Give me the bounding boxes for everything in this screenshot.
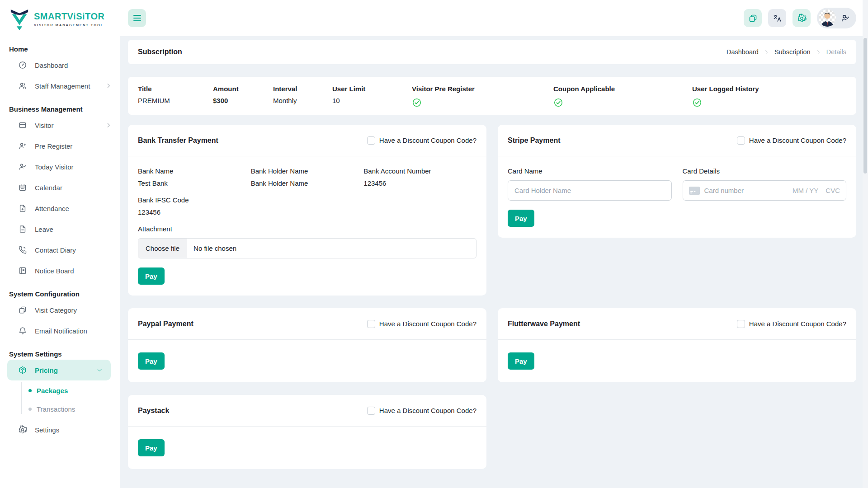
gear-icon <box>18 425 27 434</box>
sidebar-item-contact-diary[interactable]: Contact Diary <box>0 239 120 260</box>
sidebar: SMARTViSiTOR VISITOR MANAGEMENT TOOL Hom… <box>0 0 120 488</box>
sidebar-nav: Home Dashboard Staff Management Business… <box>0 34 120 440</box>
discount-coupon-label: Have a Discount Coupon Code? <box>379 136 476 144</box>
detail-label: Title <box>138 85 213 93</box>
user-check-icon <box>840 13 850 23</box>
detail-value: Monthly <box>273 97 332 104</box>
detail-label: Coupon Applicable <box>553 85 692 93</box>
sidebar-item-visit-category[interactable]: Visit Category <box>0 300 120 320</box>
chevron-down-icon <box>96 367 103 373</box>
bank-account-value: 123456 <box>363 179 476 187</box>
notice-board-icon <box>18 266 27 275</box>
attachment-label: Attachment <box>138 225 476 233</box>
chevron-right-icon <box>816 49 821 55</box>
phone-icon <box>18 245 27 254</box>
discount-coupon-checkbox[interactable] <box>367 136 375 145</box>
sidebar-heading-business: Business Management <box>0 105 120 113</box>
file-status-text: No file chosen <box>187 244 243 252</box>
staff-icon <box>18 81 27 90</box>
gear-icon <box>797 14 807 23</box>
bank-ifsc-label: Bank IFSC Code <box>138 196 476 204</box>
bank-ifsc-value: 123456 <box>138 208 476 216</box>
language-button[interactable] <box>768 9 786 27</box>
discount-coupon-label: Have a Discount Coupon Code? <box>379 320 476 328</box>
card-number-placeholder: Card number <box>704 187 744 194</box>
sidebar-item-settings[interactable]: Settings <box>0 419 120 440</box>
sidebar-item-notice-board[interactable]: Notice Board <box>0 260 120 281</box>
paystack-payment-card: Paystack Have a Discount Coupon Code? Pa… <box>128 395 486 469</box>
paypal-payment-card: Paypal Payment Have a Discount Coupon Co… <box>128 308 486 382</box>
paystack-pay-button[interactable]: Pay <box>138 439 165 456</box>
sidebar-item-label: Calendar <box>35 184 62 192</box>
discount-coupon-checkbox[interactable] <box>367 320 375 328</box>
detail-label: User Limit <box>332 85 412 93</box>
sidebar-item-label: Today Visitor <box>35 163 74 171</box>
window-scrollbar[interactable] <box>863 0 868 488</box>
paypal-pay-button[interactable]: Pay <box>138 352 165 370</box>
discount-coupon-row: Have a Discount Coupon Code? <box>367 407 476 415</box>
discount-coupon-row: Have a Discount Coupon Code? <box>367 136 476 145</box>
calendar-icon <box>18 183 27 192</box>
sidebar-subitem-label: Transactions <box>37 405 75 413</box>
discount-coupon-checkbox[interactable] <box>737 320 745 328</box>
avatar-person-icon <box>819 9 836 27</box>
sidebar-item-label: Visitor <box>35 122 53 129</box>
settings-button[interactable] <box>793 9 811 27</box>
sidebar-item-label: Pre Register <box>35 142 72 150</box>
sidebar-item-today-visitor[interactable]: Today Visitor <box>0 156 120 177</box>
menu-toggle-button[interactable] <box>128 9 146 27</box>
flutterwave-payment-card: Flutterwave Payment Have a Discount Coup… <box>498 308 856 382</box>
flutterwave-pay-button[interactable]: Pay <box>508 352 534 370</box>
card-details-label: Card Details <box>683 167 847 175</box>
sidebar-item-pricing[interactable]: Pricing <box>7 360 111 380</box>
subscription-details-card: Title PREMIUM Amount $300 Interval Month… <box>128 77 856 115</box>
sidebar-item-label: Notice Board <box>35 267 74 275</box>
card-holder-name-input[interactable] <box>508 180 672 201</box>
sidebar-item-label: Pricing <box>35 366 58 374</box>
copy-button[interactable] <box>744 9 762 27</box>
breadcrumb: Dashboard Subscription Details <box>726 48 846 56</box>
attachment-file-input[interactable]: Choose file No file chosen <box>138 238 476 258</box>
detail-label: Interval <box>273 85 332 93</box>
sidebar-subitem-transactions[interactable]: Transactions <box>0 400 120 418</box>
scrollbar-thumb[interactable] <box>863 38 867 174</box>
sidebar-item-attendance[interactable]: Attendance <box>0 198 120 219</box>
sidebar-item-label: Settings <box>35 426 59 434</box>
file-plus-icon <box>18 204 27 213</box>
credit-card-icon <box>689 187 700 195</box>
bank-pay-button[interactable]: Pay <box>138 267 165 285</box>
copy-icon <box>748 14 758 23</box>
discount-coupon-checkbox[interactable] <box>737 136 745 145</box>
sidebar-item-visitor[interactable]: Visitor <box>0 115 120 136</box>
sidebar-subitem-packages[interactable]: Packages <box>0 381 120 400</box>
sidebar-item-email-notification[interactable]: Email Notification <box>0 320 120 341</box>
breadcrumb-subscription[interactable]: Subscription <box>774 48 811 56</box>
translate-icon <box>773 14 782 23</box>
card-expiry-placeholder: MM / YY <box>793 187 818 194</box>
brand-tagline: VISITOR MANAGEMENT TOOL <box>34 23 104 27</box>
brand-logo[interactable]: SMARTViSiTOR VISITOR MANAGEMENT TOOL <box>0 0 120 34</box>
sidebar-item-label: Dashboard <box>35 61 68 69</box>
page-header-card: Subscription Dashboard Subscription Deta… <box>128 40 856 64</box>
sidebar-item-leave[interactable]: Leave <box>0 219 120 239</box>
user-menu[interactable] <box>817 8 856 28</box>
choose-file-button[interactable]: Choose file <box>138 239 187 258</box>
sidebar-item-calendar[interactable]: Calendar <box>0 177 120 198</box>
copy-icon <box>18 305 27 314</box>
card-title: Paystack <box>138 407 169 415</box>
brand-logo-icon <box>9 7 30 31</box>
sidebar-item-staff-management[interactable]: Staff Management <box>0 75 120 96</box>
bell-icon <box>18 326 27 335</box>
chevron-right-icon <box>105 83 112 89</box>
stripe-pay-button[interactable]: Pay <box>508 210 534 227</box>
card-details-input[interactable]: Card number MM / YY CVC <box>683 180 847 201</box>
breadcrumb-dashboard[interactable]: Dashboard <box>726 48 759 56</box>
discount-coupon-row: Have a Discount Coupon Code? <box>737 320 846 328</box>
card-title: Bank Transfer Payment <box>138 136 218 145</box>
detail-value: 10 <box>332 97 412 104</box>
sidebar-item-dashboard[interactable]: Dashboard <box>0 55 120 75</box>
sidebar-heading-system-settings: System Settings <box>0 350 120 358</box>
discount-coupon-checkbox[interactable] <box>367 407 375 415</box>
pricing-submenu: Packages Transactions <box>0 380 120 419</box>
sidebar-item-pre-register[interactable]: Pre Register <box>0 136 120 156</box>
